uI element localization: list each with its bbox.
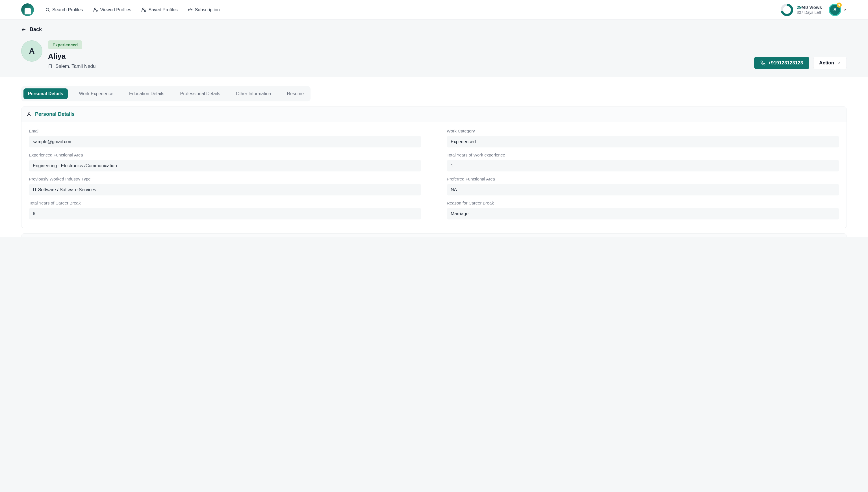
profile-name: Aliya xyxy=(48,52,748,61)
field-label: Total Years of Work experience xyxy=(447,152,839,157)
views-count: 29/40 Views xyxy=(797,5,822,10)
field-work-category: Work Category Experienced xyxy=(447,128,839,147)
field-years-experience: Total Years of Work experience 1 xyxy=(447,152,839,171)
fields-grid: Email sample@gmail.com Work Category Exp… xyxy=(22,122,846,228)
user-saved-icon xyxy=(141,7,146,12)
svg-point-3 xyxy=(96,10,97,11)
app-logo[interactable] xyxy=(21,3,34,16)
chevron-down-icon xyxy=(837,61,841,65)
user-avatar: S ♛ xyxy=(829,4,841,16)
nav-search-label: Search Profiles xyxy=(52,7,83,13)
profile-header: A Experienced Aliya Salem, Tamil Nadu +9… xyxy=(21,41,847,69)
field-industry-type: Previously Worked Industry Type IT-Softw… xyxy=(29,176,421,195)
field-career-break: Total Years of Career Break 6 xyxy=(29,200,421,219)
svg-point-2 xyxy=(94,8,96,9)
nav-saved-label: Saved Profiles xyxy=(148,7,177,13)
tab-work-experience[interactable]: Work Experience xyxy=(75,89,118,99)
field-value: IT-Software / Software Services xyxy=(29,184,421,195)
user-icon xyxy=(27,112,32,117)
tabs-container: Personal Details Work Experience Educati… xyxy=(21,77,847,101)
nav-subscription[interactable]: Subscription xyxy=(188,7,220,13)
profile-tabs: Personal Details Work Experience Educati… xyxy=(21,86,311,101)
field-preferred-area: Preferred Functional Area NA xyxy=(447,176,839,195)
profile-avatar-letter: A xyxy=(29,47,34,56)
tab-personal-details[interactable]: Personal Details xyxy=(23,89,68,99)
user-menu[interactable]: S ♛ xyxy=(829,4,847,16)
field-label: Reason for Career Break xyxy=(447,200,839,205)
days-left: 307 Days Left xyxy=(797,10,822,15)
nav-links: Search Profiles Viewed Profiles Saved Pr… xyxy=(45,7,777,13)
field-value: 1 xyxy=(447,160,839,171)
svg-point-13 xyxy=(28,113,30,115)
svg-line-1 xyxy=(49,11,49,11)
tab-resume[interactable]: Resume xyxy=(282,89,308,99)
views-stats: 29/40 Views 307 Days Left xyxy=(781,4,822,16)
profile-actions: +919123123123 Action xyxy=(754,57,847,69)
back-label: Back xyxy=(30,27,42,32)
building-icon xyxy=(48,64,52,69)
views-used: 29 xyxy=(797,5,802,10)
user-initial: S xyxy=(834,7,837,13)
action-label: Action xyxy=(819,60,834,66)
search-icon xyxy=(45,7,50,12)
page-body: Back A Experienced Aliya Salem, Tamil Na… xyxy=(0,20,868,492)
tab-other-information[interactable]: Other Information xyxy=(232,89,276,99)
profile-info: Experienced Aliya Salem, Tamil Nadu xyxy=(48,41,748,69)
premium-crown-icon: ♛ xyxy=(837,3,842,8)
nav-saved-profiles[interactable]: Saved Profiles xyxy=(141,7,177,13)
field-value: NA xyxy=(447,184,839,195)
section-header: Personal Details xyxy=(22,107,846,122)
tab-education-details[interactable]: Education Details xyxy=(125,89,169,99)
profile-location-text: Salem, Tamil Nadu xyxy=(55,64,96,69)
back-button[interactable]: Back xyxy=(21,27,42,32)
phone-button[interactable]: +919123123123 xyxy=(754,57,809,69)
views-total: /40 Views xyxy=(802,5,822,10)
profile-location: Salem, Tamil Nadu xyxy=(48,64,748,69)
user-check-icon xyxy=(93,7,98,12)
phone-icon xyxy=(761,60,766,66)
field-label: Previously Worked Industry Type xyxy=(29,176,421,181)
tab-professional-details[interactable]: Professional Details xyxy=(176,89,225,99)
section-title: Personal Details xyxy=(35,111,75,117)
field-value: Engineering - Electronics /Communication xyxy=(29,160,421,171)
nav-search-profiles[interactable]: Search Profiles xyxy=(45,7,83,13)
field-value: sample@gmail.com xyxy=(29,136,421,147)
field-label: Work Category xyxy=(447,128,839,133)
field-functional-area: Experienced Functional Area Engineering … xyxy=(29,152,421,171)
field-value: Experienced xyxy=(447,136,839,147)
svg-point-0 xyxy=(46,8,49,11)
experience-badge: Experienced xyxy=(48,41,82,49)
field-email: Email sample@gmail.com xyxy=(29,128,421,147)
phone-number: +919123123123 xyxy=(768,60,803,66)
views-stats-text: 29/40 Views 307 Days Left xyxy=(797,5,822,15)
field-value: Marriage xyxy=(447,208,839,219)
field-label: Total Years of Career Break xyxy=(29,200,421,205)
svg-rect-6 xyxy=(49,65,51,68)
nav-subscription-label: Subscription xyxy=(195,7,220,13)
next-section-peek xyxy=(21,233,847,237)
crown-icon xyxy=(188,7,193,12)
profile-avatar: A xyxy=(21,41,42,62)
nav-viewed-profiles[interactable]: Viewed Profiles xyxy=(93,7,131,13)
top-navigation: Search Profiles Viewed Profiles Saved Pr… xyxy=(0,0,868,20)
field-label: Preferred Functional Area xyxy=(447,176,839,181)
action-dropdown[interactable]: Action xyxy=(813,57,847,69)
field-label: Experienced Functional Area xyxy=(29,152,421,157)
field-break-reason: Reason for Career Break Marriage xyxy=(447,200,839,219)
personal-details-section: Personal Details Email sample@gmail.com … xyxy=(21,106,847,228)
chevron-down-icon xyxy=(843,8,847,12)
svg-point-4 xyxy=(143,8,144,9)
field-label: Email xyxy=(29,128,421,133)
nav-viewed-label: Viewed Profiles xyxy=(100,7,131,13)
field-value: 6 xyxy=(29,208,421,219)
views-progress-ring xyxy=(781,4,793,16)
arrow-left-icon xyxy=(21,27,26,32)
